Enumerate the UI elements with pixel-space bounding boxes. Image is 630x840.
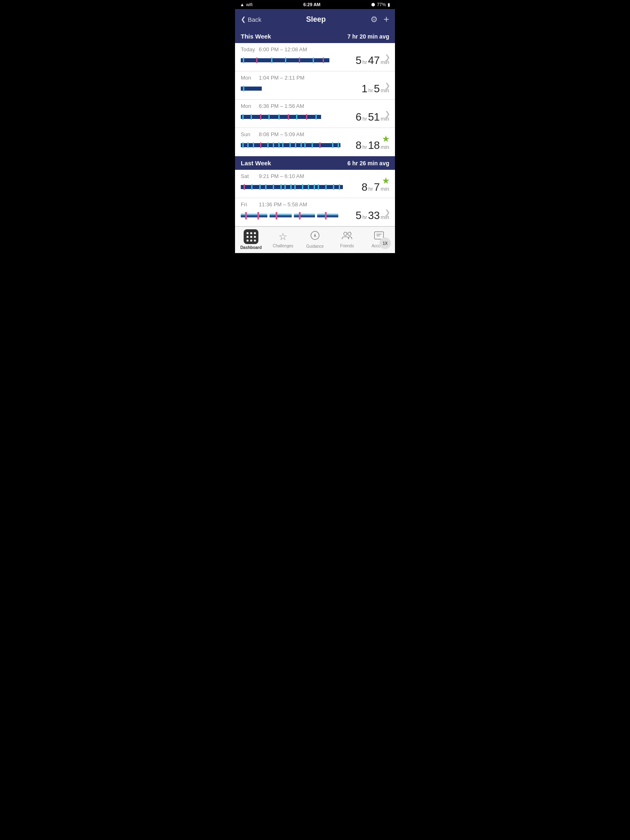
sleep-time-mon-short: 1:04 PM – 2:11 PM	[259, 75, 304, 81]
svg-rect-5	[299, 57, 300, 63]
svg-rect-64	[276, 212, 277, 219]
svg-rect-46	[294, 184, 296, 190]
svg-rect-37	[241, 185, 343, 189]
chevron-right-icon-fri: ❯	[385, 208, 390, 216]
svg-point-70	[348, 232, 351, 235]
back-chevron-icon: ❮	[241, 16, 246, 23]
svg-rect-34	[320, 142, 321, 148]
back-button[interactable]: ❮ Back	[241, 16, 261, 23]
status-time: 6:29 AM	[303, 2, 320, 7]
this-week-avg: 7 hr 20 min avg	[347, 33, 389, 40]
sleep-day-mon-long: Mon	[241, 103, 256, 109]
minutes-mon-long: 51	[368, 111, 380, 123]
sleep-time-fri: 11:36 PM – 5:58 AM	[259, 201, 307, 208]
svg-rect-61	[317, 215, 338, 217]
svg-rect-10	[241, 115, 321, 119]
svg-rect-16	[288, 114, 289, 120]
tab-friends[interactable]: Friends	[331, 231, 363, 248]
sleep-day-sat: Sat	[241, 173, 256, 179]
svg-rect-30	[295, 142, 296, 148]
last-week-avg: 6 hr 26 min avg	[347, 160, 389, 167]
status-right: ⬢ 77% ▮	[371, 2, 390, 7]
nav-actions: ⚙ +	[370, 14, 389, 25]
svg-point-69	[344, 232, 347, 235]
svg-rect-9	[243, 86, 244, 91]
settings-icon[interactable]: ⚙	[370, 14, 378, 24]
hours-sun: 8	[356, 139, 361, 152]
svg-rect-39	[251, 184, 253, 190]
add-icon[interactable]: +	[383, 14, 389, 25]
svg-rect-48	[308, 184, 309, 190]
sleep-day-sun: Sun	[241, 131, 256, 137]
sleep-entry-mon-long[interactable]: Mon 6:36 PM – 1:56 AM 6	[235, 100, 395, 128]
minutes-fri: 33	[368, 209, 380, 222]
battery-percent: 77%	[377, 2, 386, 7]
sleep-duration-today: 5 hr 47 min	[356, 54, 389, 67]
signal-icon: ▲	[240, 2, 244, 7]
svg-rect-27	[278, 142, 280, 148]
svg-rect-55	[241, 215, 267, 217]
hours-sat: 8	[362, 181, 368, 194]
svg-rect-3	[271, 57, 272, 63]
hours-mon-long: 6	[356, 111, 361, 123]
svg-rect-2	[256, 57, 258, 63]
sleep-entry-today[interactable]: Today 6:00 PM – 12:08 AM 5 hr 47	[235, 43, 395, 71]
svg-rect-24	[260, 142, 261, 148]
chevron-right-icon-today: ❯	[385, 53, 390, 61]
svg-rect-50	[318, 184, 319, 190]
svg-rect-32	[304, 142, 306, 148]
sleep-bar-fri	[241, 211, 352, 220]
svg-rect-43	[281, 184, 282, 190]
hours-today: 5	[356, 54, 361, 67]
tab-dashboard[interactable]: Dashboard	[235, 229, 267, 250]
last-week-header: Last Week 6 hr 26 min avg	[235, 156, 395, 170]
wifi-icon: wifi	[246, 2, 253, 7]
tab-bar: Dashboard ☆ Challenges Guidance	[235, 226, 395, 253]
sleep-bar-today	[241, 57, 352, 64]
svg-rect-22	[247, 142, 249, 148]
sleep-entry-sat[interactable]: Sat 9:21 PM – 6:10 AM	[235, 170, 395, 198]
svg-rect-15	[278, 114, 280, 120]
svg-rect-19	[315, 114, 317, 120]
minutes-mon-short: 5	[374, 82, 380, 95]
challenges-icon: ☆	[278, 231, 288, 242]
this-week-header: This Week 7 hr 20 min avg	[235, 30, 395, 43]
dashboard-icon	[244, 229, 258, 244]
svg-rect-63	[258, 212, 259, 219]
svg-rect-29	[290, 142, 291, 148]
tab-friends-label: Friends	[340, 244, 354, 248]
svg-rect-25	[267, 142, 269, 148]
svg-rect-59	[294, 215, 315, 217]
svg-rect-47	[302, 184, 303, 190]
svg-rect-18	[306, 114, 307, 120]
svg-rect-6	[313, 57, 314, 63]
page-title: Sleep	[306, 15, 326, 24]
tab-dashboard-label: Dashboard	[240, 245, 262, 250]
minutes-today: 47	[368, 54, 380, 67]
svg-rect-44	[285, 184, 286, 190]
sleep-bar-sun	[241, 142, 352, 149]
svg-rect-38	[244, 184, 245, 190]
battery-icon: ▮	[388, 2, 390, 7]
zoom-badge[interactable]: 1X	[379, 237, 391, 249]
this-week-title: This Week	[241, 33, 271, 40]
sleep-entry-fri[interactable]: Fri 11:36 PM – 5:58 AM	[235, 198, 395, 226]
sleep-bar-sat	[241, 184, 358, 191]
svg-rect-13	[260, 114, 261, 120]
last-week-title: Last Week	[241, 160, 271, 167]
svg-rect-52	[333, 184, 334, 190]
bluetooth-icon: ⬢	[371, 2, 375, 7]
star-badge-sat: ★	[382, 176, 390, 186]
sleep-entry-mon-short[interactable]: Mon 1:04 PM – 2:11 PM 1 hr 5 min ❯	[235, 71, 395, 100]
svg-rect-31	[301, 142, 302, 148]
chevron-right-icon-mon-long: ❯	[385, 110, 390, 118]
tab-guidance[interactable]: Guidance	[299, 231, 331, 249]
tab-challenges[interactable]: ☆ Challenges	[267, 231, 299, 248]
hours-fri: 5	[356, 209, 361, 222]
svg-rect-11	[242, 114, 244, 120]
sleep-duration-mon-long: 6 hr 51 min	[356, 111, 389, 123]
sleep-day-mon-short: Mon	[241, 75, 256, 81]
svg-rect-66	[325, 212, 326, 219]
svg-rect-53	[339, 184, 340, 190]
sleep-entry-sun[interactable]: Sun 8:08 PM – 5:09 AM	[235, 128, 395, 156]
